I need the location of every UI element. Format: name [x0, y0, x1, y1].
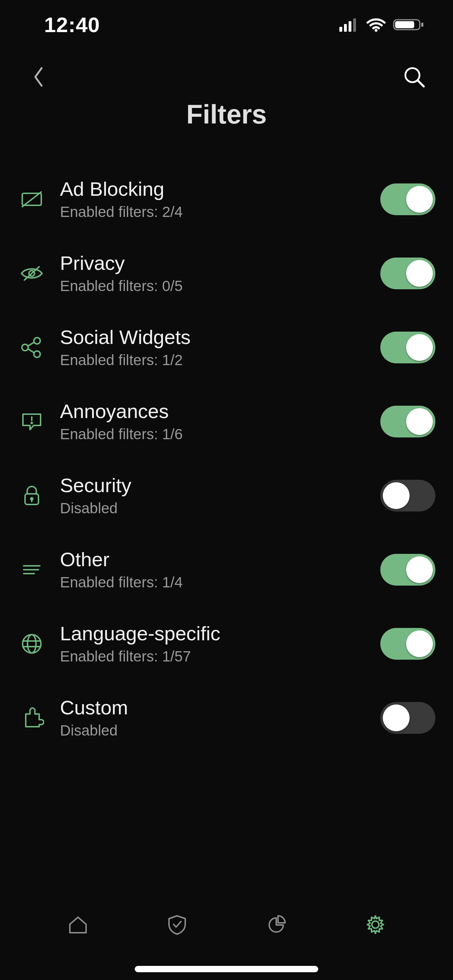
globe-icon — [17, 630, 46, 658]
status-bar: 12:40 — [0, 0, 453, 49]
toggle-privacy[interactable] — [380, 258, 436, 289]
filter-row-language-specific[interactable]: Language-specific Enabled filters: 1/57 — [17, 614, 436, 674]
filter-title: Privacy — [60, 252, 366, 274]
svg-rect-7 — [421, 22, 423, 27]
screen-root: 12:40 — [0, 0, 453, 980]
page-title: Filters — [0, 99, 453, 129]
filter-text-custom: Custom Disabled — [60, 697, 366, 739]
svg-line-9 — [418, 81, 424, 86]
filter-list: Ad Blocking Enabled filters: 2/4 Privacy… — [0, 169, 453, 762]
battery-icon — [393, 18, 425, 32]
filter-subtitle: Enabled filters: 1/4 — [60, 574, 366, 591]
tab-protection[interactable] — [161, 910, 193, 941]
filter-subtitle: Enabled filters: 0/5 — [60, 278, 366, 294]
svg-line-18 — [28, 349, 34, 353]
filter-subtitle: Disabled — [60, 500, 366, 517]
toggle-language-specific[interactable] — [380, 628, 436, 660]
wifi-icon — [366, 18, 386, 32]
cellular-icon — [339, 18, 359, 32]
privacy-icon — [17, 259, 46, 288]
filter-title: Ad Blocking — [60, 178, 366, 200]
filter-title: Language-specific — [60, 623, 366, 644]
svg-line-17 — [28, 342, 34, 346]
status-icons-group — [339, 18, 425, 32]
svg-rect-1 — [344, 24, 347, 32]
filter-text-annoyances: Annoyances Enabled filters: 1/6 — [60, 400, 366, 443]
toggle-security[interactable] — [380, 480, 436, 512]
filter-row-annoyances[interactable]: Annoyances Enabled filters: 1/6 — [17, 391, 436, 452]
shield-icon — [165, 912, 189, 939]
filter-row-security[interactable]: Security Disabled — [17, 466, 436, 526]
filter-title: Social Widgets — [60, 326, 366, 348]
filter-title: Security — [60, 474, 366, 496]
svg-point-4 — [375, 29, 377, 32]
svg-point-28 — [27, 635, 36, 653]
toggle-social-widgets[interactable] — [380, 332, 436, 363]
filter-subtitle: Enabled filters: 1/6 — [60, 426, 366, 443]
filter-subtitle: Enabled filters: 1/57 — [60, 648, 366, 665]
tab-settings[interactable] — [359, 910, 391, 941]
toggle-annoyances[interactable] — [380, 406, 436, 438]
svg-rect-6 — [395, 21, 414, 28]
toggle-other[interactable] — [380, 554, 436, 585]
filter-title: Annoyances — [60, 400, 366, 422]
filter-subtitle: Enabled filters: 1/2 — [60, 352, 366, 369]
filter-row-privacy[interactable]: Privacy Enabled filters: 0/5 — [17, 243, 436, 303]
svg-point-27 — [22, 635, 41, 653]
svg-point-31 — [372, 921, 379, 928]
svg-point-14 — [22, 344, 28, 351]
filter-row-ad-blocking[interactable]: Ad Blocking Enabled filters: 2/4 — [17, 169, 436, 229]
filter-text-language-specific: Language-specific Enabled filters: 1/57 — [60, 623, 366, 665]
social-icon — [17, 333, 46, 361]
toggle-custom[interactable] — [380, 702, 436, 734]
svg-rect-2 — [348, 21, 351, 32]
filter-row-social-widgets[interactable]: Social Widgets Enabled filters: 1/2 — [17, 318, 436, 377]
stats-icon — [264, 912, 289, 939]
nav-bar — [0, 56, 453, 99]
search-icon — [402, 65, 426, 90]
filter-text-social-widgets: Social Widgets Enabled filters: 1/2 — [60, 326, 366, 369]
filter-row-other[interactable]: Other Enabled filters: 1/4 — [17, 540, 436, 600]
svg-point-15 — [34, 337, 40, 344]
tab-bar — [0, 892, 453, 959]
security-icon — [17, 482, 46, 510]
ad-blocking-icon — [17, 185, 46, 213]
tab-stats[interactable] — [261, 910, 292, 941]
filter-subtitle: Disabled — [60, 722, 366, 739]
gear-icon — [363, 912, 388, 939]
svg-rect-0 — [339, 27, 342, 32]
home-icon — [66, 912, 90, 939]
svg-point-16 — [34, 351, 40, 357]
toggle-ad-blocking[interactable] — [380, 183, 436, 215]
home-indicator — [135, 966, 318, 972]
svg-point-20 — [32, 423, 32, 424]
chevron-left-icon — [31, 65, 46, 90]
tab-home[interactable] — [62, 910, 94, 941]
filter-row-custom[interactable]: Custom Disabled — [17, 688, 436, 748]
search-button[interactable] — [400, 64, 428, 92]
filter-title: Custom — [60, 697, 366, 719]
annoyances-icon — [17, 407, 46, 436]
svg-line-11 — [22, 192, 41, 207]
filter-text-privacy: Privacy Enabled filters: 0/5 — [60, 252, 366, 294]
back-button[interactable] — [25, 64, 53, 92]
filter-subtitle: Enabled filters: 2/4 — [60, 204, 366, 221]
filter-text-security: Security Disabled — [60, 474, 366, 517]
status-time: 12:40 — [44, 13, 100, 37]
filter-title: Other — [60, 549, 366, 570]
other-icon — [17, 555, 46, 584]
svg-rect-3 — [353, 18, 356, 32]
filter-text-ad-blocking: Ad Blocking Enabled filters: 2/4 — [60, 178, 366, 221]
filter-text-other: Other Enabled filters: 1/4 — [60, 549, 366, 591]
custom-icon — [17, 704, 46, 732]
